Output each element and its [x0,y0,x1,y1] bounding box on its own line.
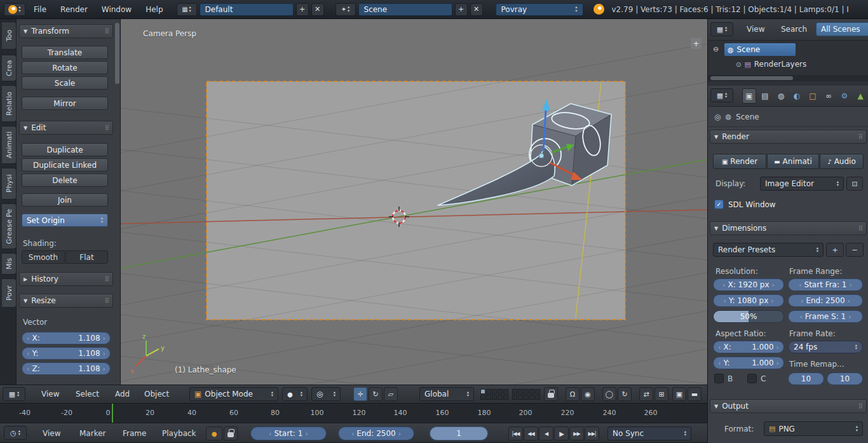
display-dropdown[interactable]: Image Editor ▴▾ [760,177,844,191]
panel-header-dimensions[interactable]: ▼ Dimensions ⠿ [710,221,867,235]
outliner-menu-search[interactable]: Search [775,25,813,34]
jump-end-button[interactable]: ▶▶| [585,426,599,440]
layer-cell[interactable] [535,395,540,400]
format-dropdown[interactable]: ▤ PNG ▴▾ [764,421,863,436]
manipulator-scale-button[interactable]: ▱ [384,387,398,401]
outliner-item-renderlayers[interactable]: ⊙ ▤ RenderLayers [736,58,806,71]
next-keyframe-button[interactable]: ▶▶ [569,426,584,440]
shading-dropdown[interactable]: ● ▴▾ [282,387,308,401]
record-button[interactable]: ● [206,426,222,440]
remap-old-field[interactable]: 10 [788,372,824,385]
panel-grip-icon[interactable]: ⠿ [858,225,862,232]
resize-z-field[interactable]: ‹ Z: 1.108 › [22,362,111,375]
collapse-icon[interactable]: ⊖ [713,45,719,53]
shade-flat-button[interactable]: Flat [65,250,108,264]
timeline-editor-type-button[interactable]: ◷ ▴▾ [4,426,27,440]
outliner-item-scene[interactable]: ◍ Scene [724,43,796,56]
layer-cell[interactable] [503,395,508,400]
frame-start-field[interactable]: ‹ Start: 1 › [250,426,327,440]
layer-cell[interactable] [486,389,491,394]
tab-misc[interactable]: Mis [2,253,17,275]
aspect-y-field[interactable]: ‹ Y: 1.000 › [713,357,784,369]
resolution-x-field[interactable]: ‹X: 1920 px› [713,278,784,291]
layer-cell[interactable] [529,395,534,400]
mirror-button[interactable]: Mirror [22,97,108,110]
tab-data[interactable]: ▲ [853,88,867,104]
play-reverse-button[interactable]: ◀ [539,426,553,440]
panel-grip-icon[interactable]: ⠿ [105,276,109,283]
layer-cell[interactable] [492,395,497,400]
tab-grease-pencil[interactable]: Grease Pe [2,203,17,249]
delete-button[interactable]: Delete [22,174,108,187]
layer-cell[interactable] [480,395,485,400]
snap-element-dropdown[interactable]: ◉ [581,387,595,401]
chevron-left-icon[interactable]: ‹ [27,334,29,343]
layer-cell[interactable] [480,389,485,394]
tab-constraints[interactable]: ∞ [822,88,836,104]
tab-render[interactable]: ▣ [742,88,756,104]
panel-header-transform[interactable]: ▼ Transform ⠿ [19,24,113,38]
layer-cell[interactable] [486,395,491,400]
resize-x-field[interactable]: ‹ X: 1.108 › [22,332,111,344]
crop-checkbox[interactable] [747,374,757,383]
shade-smooth-button[interactable]: Smooth [22,250,65,264]
chevron-right-icon[interactable]: › [103,334,105,343]
play-button[interactable]: ▶ [554,426,569,440]
sdl-window-checkbox[interactable]: ✓ [714,200,724,209]
current-frame-line[interactable] [112,404,113,423]
duplicate-button[interactable]: Duplicate [22,143,108,156]
editor-type-button[interactable]: ▦ ▴▾ [3,387,25,401]
frame-step-field[interactable]: ‹Frame S: 1› [788,310,863,323]
region-expand-button[interactable]: + [691,38,702,49]
tab-povray[interactable]: Povr [2,278,17,308]
layer-cell[interactable] [492,389,497,394]
panel-header-resize[interactable]: ▼ Resize ⠿ [19,294,113,308]
preset-remove-button[interactable]: − [846,243,864,257]
opengl-anim-button[interactable]: ▬ [688,387,702,401]
chevron-left-icon[interactable]: ‹ [27,350,29,358]
panel-header-output[interactable]: ▼ Output ⠿ [710,399,867,413]
render-button[interactable]: ▣ Render [713,154,766,169]
manipulator-translate-button[interactable]: ✛ [353,387,367,401]
tab-world[interactable]: ◐ [790,88,804,104]
set-origin-dropdown[interactable]: Set Origin ▴▾ [22,214,108,227]
panel-header-edit[interactable]: ▼ Edit ⠿ [19,121,113,135]
remap-new-field[interactable]: 10 [827,372,863,385]
manipulator-toggle-button[interactable]: ↻ [618,387,632,401]
panel-grip-icon[interactable]: ⠿ [858,133,862,140]
scene-add-button[interactable]: + [455,3,468,16]
render-audio-button[interactable]: ♪ Audio [820,154,864,169]
tl-menu-marker[interactable]: Marker [74,429,111,438]
join-button[interactable]: Join [22,193,108,207]
orientation-dropdown[interactable]: Global ▴▾ [419,387,474,401]
prev-keyframe-button[interactable]: ◀◀ [524,426,538,440]
render-animation-button[interactable]: ▬ Animati [767,154,819,169]
render-engine-select[interactable]: Povray ▴▾ [496,3,583,16]
panel-header-render[interactable]: ▼ Render ⠿ [710,130,867,144]
scene-browse-button[interactable]: ✦ ▴▾ [336,3,356,16]
layer-cell[interactable] [524,395,529,400]
timeline-lock-button[interactable] [224,426,238,440]
tab-scene[interactable]: ◍ [774,88,788,104]
tab-create[interactable]: Crea [2,55,17,81]
layout-name-field[interactable]: Default [200,3,294,16]
aspect-x-field[interactable]: ‹ X: 1.000 › [713,341,784,353]
scale-button[interactable]: Scale [22,76,108,90]
chevron-right-icon[interactable]: › [103,365,105,373]
vp-menu-view[interactable]: View [36,390,65,399]
blender-menu-button[interactable]: ▴▾ [4,3,25,16]
preset-add-button[interactable]: + [826,243,844,257]
viewport-canvas[interactable]: z y x [121,19,707,385]
panel-grip-icon[interactable]: ⠿ [105,125,109,132]
transform-arrows-button[interactable]: ⇄ [639,387,653,401]
mode-dropdown[interactable]: ▣ Object Mode ▴▾ [189,387,278,401]
frame-start-field-props[interactable]: ‹Start Fra: 1› [788,278,863,291]
grid-snap-button[interactable]: ⊞ [654,387,668,401]
jump-start-button[interactable]: |◀◀ [508,426,523,440]
layer-cell[interactable] [503,389,508,394]
tab-relations[interactable]: Relatio [2,85,17,122]
layers-widget[interactable] [480,389,540,400]
tab-physics[interactable]: Physi [2,168,17,200]
outliner-filter-dropdown[interactable]: All Scenes [816,22,868,36]
layout-add-button[interactable]: + [296,3,309,16]
